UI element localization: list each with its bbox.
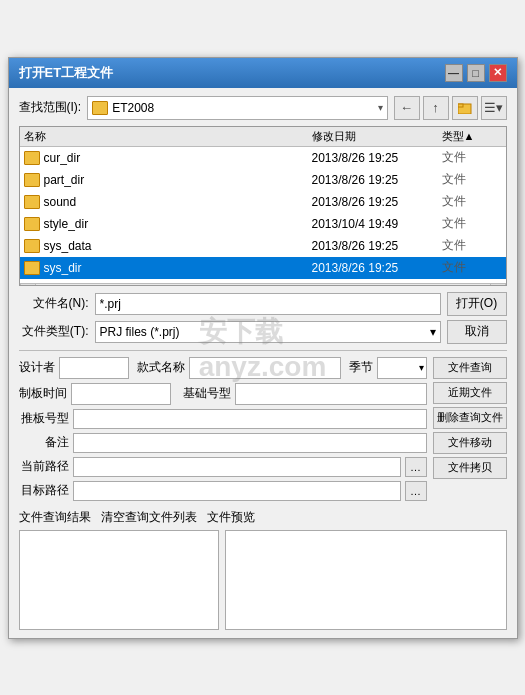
delete-query-button[interactable]: 删除查询文件 xyxy=(433,407,507,429)
folder-icon xyxy=(24,217,40,231)
file-date: 2013/10/4 19:49 xyxy=(312,217,442,231)
filetype-select[interactable]: PRJ files (*.prj) ▾ xyxy=(95,321,441,343)
designer-section: 设计者 款式名称 季节 ▾ 制板时间 基础号型 xyxy=(19,357,507,505)
bottom-labels-row: 文件查询结果 清空查询文件列表 文件预览 xyxy=(19,509,507,526)
filename-input[interactable] xyxy=(95,293,441,315)
views-button[interactable]: ☰▾ xyxy=(481,96,507,120)
open-button[interactable]: 打开(O) xyxy=(447,292,507,316)
title-bar: 打开ET工程文件 — □ ✕ xyxy=(9,58,517,88)
horizontal-scroll: ◀ ▶ xyxy=(20,283,506,286)
file-name: sys_data xyxy=(44,239,312,253)
maketime-label: 制板时间 xyxy=(19,385,67,402)
remark-label: 备注 xyxy=(19,434,69,451)
result-list-box[interactable] xyxy=(19,530,219,630)
filetype-value: PRJ files (*.prj) xyxy=(100,325,180,339)
result-label: 文件查询结果 xyxy=(19,509,91,526)
pushtype-input[interactable] xyxy=(73,409,427,429)
scroll-left-button[interactable]: ◀ xyxy=(20,283,36,286)
file-row[interactable]: sys_dir 2013/8/26 19:25 文件 xyxy=(20,257,506,279)
file-name: sound xyxy=(44,195,312,209)
file-row[interactable]: sound 2013/8/26 19:25 文件 xyxy=(20,191,506,213)
filetype-arrow-icon: ▾ xyxy=(430,325,436,339)
file-name: sys_dir xyxy=(44,261,312,275)
close-button[interactable]: ✕ xyxy=(489,64,507,82)
file-date: 2013/8/26 19:25 xyxy=(312,239,442,253)
look-in-combo[interactable]: ET2008 ▾ xyxy=(87,96,387,120)
target-path-row: 目标路径 … xyxy=(19,481,427,501)
folder-icon xyxy=(24,261,40,275)
main-dialog: 打开ET工程文件 — □ ✕ 查找范围(I): ET2008 ▾ ← ↑ ☰▾ xyxy=(8,57,518,639)
left-form: 设计者 款式名称 季节 ▾ 制板时间 基础号型 xyxy=(19,357,427,505)
file-date: 2013/8/26 19:25 xyxy=(312,195,442,209)
up-folder-button[interactable]: ↑ xyxy=(423,96,449,120)
minimize-button[interactable]: — xyxy=(445,64,463,82)
current-path-label: 当前路径 xyxy=(19,458,69,475)
look-in-row: 查找范围(I): ET2008 ▾ ← ↑ ☰▾ xyxy=(19,96,507,120)
folder-icon xyxy=(24,151,40,165)
header-name: 名称 xyxy=(24,129,312,144)
file-type: 文件 xyxy=(442,149,502,166)
base-label: 基础号型 xyxy=(183,385,231,402)
style-input[interactable] xyxy=(189,357,341,379)
bottom-section xyxy=(19,530,507,630)
file-list-scroll[interactable]: cur_dir 2013/8/26 19:25 文件 part_dir 2013… xyxy=(20,147,506,283)
file-type: 文件 xyxy=(442,215,502,232)
current-path-row: 当前路径 … xyxy=(19,457,427,477)
current-path-browse-button[interactable]: … xyxy=(405,457,427,477)
current-path-input[interactable] xyxy=(73,457,401,477)
file-query-button[interactable]: 文件查询 xyxy=(433,357,507,379)
dialog-title: 打开ET工程文件 xyxy=(19,64,114,82)
svg-rect-1 xyxy=(458,104,463,107)
preview-box xyxy=(225,530,507,630)
preview-label: 文件预览 xyxy=(207,509,255,526)
season-label: 季节 xyxy=(349,359,373,376)
pushtype-label: 推板号型 xyxy=(19,410,69,427)
toolbar-buttons: ← ↑ ☰▾ xyxy=(394,96,507,120)
look-in-value: ET2008 xyxy=(112,101,373,115)
folder-icon xyxy=(24,239,40,253)
file-type: 文件 xyxy=(442,237,502,254)
file-row[interactable]: cur_dir 2013/8/26 19:25 文件 xyxy=(20,147,506,169)
clear-label[interactable]: 清空查询文件列表 xyxy=(101,509,197,526)
designer-input[interactable] xyxy=(59,357,129,379)
pushtype-row: 推板号型 xyxy=(19,409,427,429)
dialog-body: 查找范围(I): ET2008 ▾ ← ↑ ☰▾ 名称 修改日期 类型▲ xyxy=(9,88,517,638)
recent-files-button[interactable]: 近期文件 xyxy=(433,382,507,404)
header-type: 类型▲ xyxy=(442,129,502,144)
file-move-button[interactable]: 文件移动 xyxy=(433,432,507,454)
filename-label: 文件名(N): xyxy=(19,295,89,312)
file-type: 文件 xyxy=(442,193,502,210)
designer-style-row: 设计者 款式名称 季节 ▾ xyxy=(19,357,427,379)
remark-input[interactable] xyxy=(73,433,427,453)
designer-label: 设计者 xyxy=(19,359,55,376)
file-row[interactable]: style_dir 2013/10/4 19:49 文件 xyxy=(20,213,506,235)
folder-icon xyxy=(92,101,108,115)
combo-arrow-icon: ▾ xyxy=(378,102,383,113)
window-controls: — □ ✕ xyxy=(445,64,507,82)
target-path-input[interactable] xyxy=(73,481,401,501)
base-input[interactable] xyxy=(235,383,427,405)
target-path-browse-button[interactable]: … xyxy=(405,481,427,501)
filename-row: 文件名(N): 打开(O) xyxy=(19,292,507,316)
file-row[interactable]: part_dir 2013/8/26 19:25 文件 xyxy=(20,169,506,191)
file-row[interactable]: sys_data 2013/8/26 19:25 文件 xyxy=(20,235,506,257)
back-button[interactable]: ← xyxy=(394,96,420,120)
target-path-label: 目标路径 xyxy=(19,482,69,499)
scroll-right-button[interactable]: ▶ xyxy=(490,283,506,286)
file-name: style_dir xyxy=(44,217,312,231)
file-type: 文件 xyxy=(442,171,502,188)
header-date: 修改日期 xyxy=(312,129,442,144)
file-list-area: 名称 修改日期 类型▲ cur_dir 2013/8/26 19:25 文件 p… xyxy=(19,126,507,286)
maketime-base-row: 制板时间 基础号型 xyxy=(19,383,427,405)
cancel-button[interactable]: 取消 xyxy=(447,320,507,344)
file-name: part_dir xyxy=(44,173,312,187)
maximize-button[interactable]: □ xyxy=(467,64,485,82)
file-date: 2013/8/26 19:25 xyxy=(312,261,442,275)
file-copy-button[interactable]: 文件拷贝 xyxy=(433,457,507,479)
maketime-input[interactable] xyxy=(71,383,171,405)
look-in-label: 查找范围(I): xyxy=(19,99,82,116)
style-label: 款式名称 xyxy=(137,359,185,376)
folder-icon xyxy=(24,195,40,209)
season-arrow-icon: ▾ xyxy=(419,362,424,373)
new-folder-button[interactable] xyxy=(452,96,478,120)
